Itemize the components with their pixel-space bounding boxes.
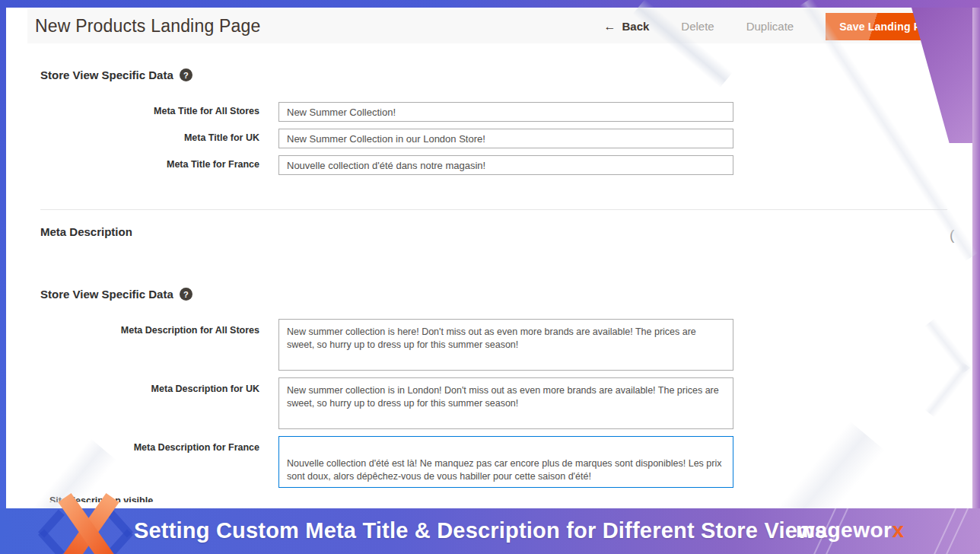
banner-title: Setting Custom Meta Title & Description … [134,518,827,543]
meta-description-panel-heading: Meta Description [40,225,132,238]
frame-left-edge [0,8,6,508]
help-icon[interactable]: ? [180,68,192,81]
chevron-left-icon [38,529,65,554]
collapse-arrow-icon[interactable]: ( [950,227,954,244]
meta-description-france-textarea[interactable]: Nouvelle collection d'été est là! Ne man… [278,436,733,488]
duplicate-button[interactable]: Duplicate [746,20,794,33]
section-divider [40,209,947,210]
meta-description-all-stores-textarea[interactable]: New summer collection is here! Don't mis… [278,319,733,371]
meta-description-uk-label: Meta Description for UK [40,384,259,394]
help-icon[interactable]: ? [180,288,192,301]
meta-title-all-stores-input[interactable] [278,102,733,122]
promo-screenshot: New Products Landing Page ← Back Delete … [0,0,980,554]
meta-title-france-label: Meta Title for France [40,159,259,170]
page-header: New Products Landing Page ← Back Delete … [27,9,953,43]
store-view-specific-data-heading-1: Store View Specific Data ? [40,68,192,81]
meta-description-all-stores-label: Meta Description for All Stores [40,325,259,336]
section-heading-text: Store View Specific Data [40,288,173,301]
meta-title-france-input[interactable] [278,155,733,175]
brand-text: magewor [796,518,892,542]
header-actions: ← Back Delete Duplicate Save Landing Pag… [603,9,953,43]
promo-banner: Setting Custom Meta Title & Description … [0,508,980,554]
section-heading-text: Store View Specific Data [40,68,173,81]
delete-button[interactable]: Delete [681,20,714,33]
meta-description-france-label: Meta Description for France [40,442,259,453]
frame-top-edge [0,0,980,8]
brand-x-letter: x [892,518,904,542]
meta-description-uk-textarea[interactable]: New summer collection is in London! Don'… [278,377,733,429]
meta-title-all-stores-label: Meta Title for All Stores [40,106,259,116]
back-button[interactable]: ← Back [603,20,649,33]
back-arrow-icon: ← [603,20,616,33]
page-title: New Products Landing Page [35,16,261,37]
store-view-specific-data-heading-2: Store View Specific Data ? [40,288,192,301]
admin-page: New Products Landing Page ← Back Delete … [6,8,972,508]
clipped-bottom-label: Site description visible [49,495,164,502]
chevron-right-icon [107,529,133,554]
back-button-label: Back [622,20,649,33]
frame-right-edge [972,8,980,508]
meta-title-uk-input[interactable] [278,129,733,148]
mageworx-logo: mageworx [796,518,905,543]
meta-title-uk-label: Meta Title for UK [40,132,259,143]
